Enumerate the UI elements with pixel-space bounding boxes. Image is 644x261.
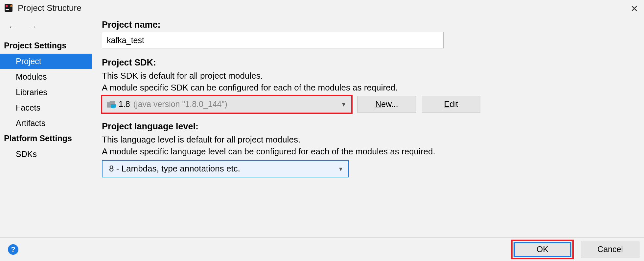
button-label: Edit bbox=[444, 99, 458, 109]
sidebar-item-sdks[interactable]: SDKs bbox=[0, 146, 92, 162]
chevron-down-icon: ▾ bbox=[339, 165, 342, 173]
sidebar-item-modules[interactable]: Modules bbox=[0, 69, 92, 85]
svg-rect-1 bbox=[6, 5, 8, 7]
sidebar-item-facets[interactable]: Facets bbox=[0, 100, 92, 116]
java-sdk-icon bbox=[107, 101, 115, 108]
help-icon[interactable]: ? bbox=[8, 244, 18, 255]
new-sdk-button[interactable]: New... bbox=[357, 96, 416, 113]
ok-highlight: OK bbox=[511, 240, 574, 259]
footer: ? OK Cancel bbox=[0, 237, 644, 261]
ok-button[interactable]: OK bbox=[514, 242, 571, 257]
intellij-icon bbox=[4, 3, 13, 13]
button-label: Cancel bbox=[597, 245, 623, 254]
sidebar-item-project[interactable]: Project bbox=[0, 54, 92, 69]
button-label: OK bbox=[537, 245, 548, 254]
lang-description-1: This language level is default for all p… bbox=[102, 134, 634, 145]
language-level-label: Project language level: bbox=[102, 121, 634, 132]
sdk-description-2: A module specific SDK can be configured … bbox=[102, 82, 634, 93]
sidebar-item-label: Artifacts bbox=[16, 118, 45, 128]
back-arrow-icon[interactable]: ← bbox=[8, 21, 18, 32]
sidebar-item-label: Libraries bbox=[16, 88, 47, 97]
sidebar-item-label: Project bbox=[16, 57, 41, 66]
project-name-input[interactable] bbox=[102, 32, 444, 48]
language-level-dropdown[interactable]: 8 - Lambdas, type annotations etc. ▾ bbox=[102, 160, 349, 177]
lang-description-2: A module specific language level can be … bbox=[102, 145, 634, 157]
section-header-project-settings: Project Settings bbox=[0, 38, 92, 54]
project-name-label: Project name: bbox=[102, 20, 634, 30]
main-panel: Project name: Project SDK: This SDK is d… bbox=[92, 16, 644, 237]
close-icon[interactable]: ✕ bbox=[631, 3, 638, 14]
svg-rect-2 bbox=[6, 9, 9, 10]
chevron-down-icon: ▾ bbox=[342, 100, 345, 108]
cancel-button[interactable]: Cancel bbox=[581, 241, 639, 258]
sdk-detail: (java version "1.8.0_144") bbox=[133, 99, 227, 109]
sidebar-item-label: Facets bbox=[16, 103, 40, 112]
sdk-description-1: This SDK is default for all project modu… bbox=[102, 70, 634, 82]
sdk-version: 1.8 bbox=[119, 99, 130, 109]
language-level-value: 8 - Lambdas, type annotations etc. bbox=[109, 164, 240, 174]
project-sdk-label: Project SDK: bbox=[102, 58, 634, 68]
sidebar-item-label: Modules bbox=[16, 72, 47, 81]
window-title: Project Structure bbox=[18, 3, 81, 13]
history-nav: ← → bbox=[0, 18, 92, 38]
sidebar-item-label: SDKs bbox=[16, 149, 37, 159]
titlebar: Project Structure ✕ bbox=[0, 0, 644, 16]
forward-arrow-icon[interactable]: → bbox=[28, 21, 37, 32]
button-label: New... bbox=[375, 99, 398, 109]
sidebar: ← → Project Settings Project Modules Lib… bbox=[0, 16, 92, 237]
sidebar-item-artifacts[interactable]: Artifacts bbox=[0, 116, 92, 131]
sidebar-item-libraries[interactable]: Libraries bbox=[0, 85, 92, 100]
section-header-platform-settings: Platform Settings bbox=[0, 131, 92, 146]
project-sdk-dropdown[interactable]: 1.8 (java version "1.8.0_144") ▾ bbox=[102, 96, 352, 113]
edit-sdk-button[interactable]: Edit bbox=[422, 96, 480, 113]
